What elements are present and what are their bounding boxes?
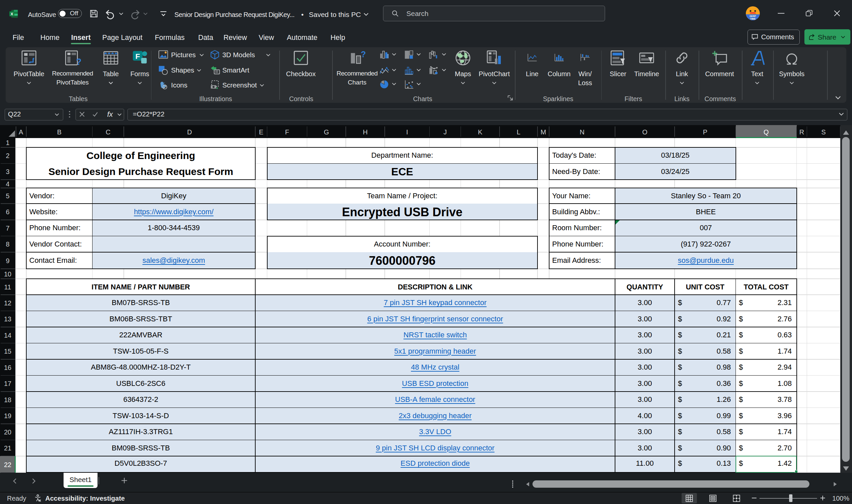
svg-text:?: ? (76, 57, 81, 66)
svg-text:F: F (136, 52, 140, 60)
svg-text:TIME: TIME (750, 18, 756, 20)
svg-text:X: X (11, 12, 13, 16)
svg-text:?: ? (361, 50, 366, 59)
svg-text:DERP: DERP (749, 15, 756, 17)
